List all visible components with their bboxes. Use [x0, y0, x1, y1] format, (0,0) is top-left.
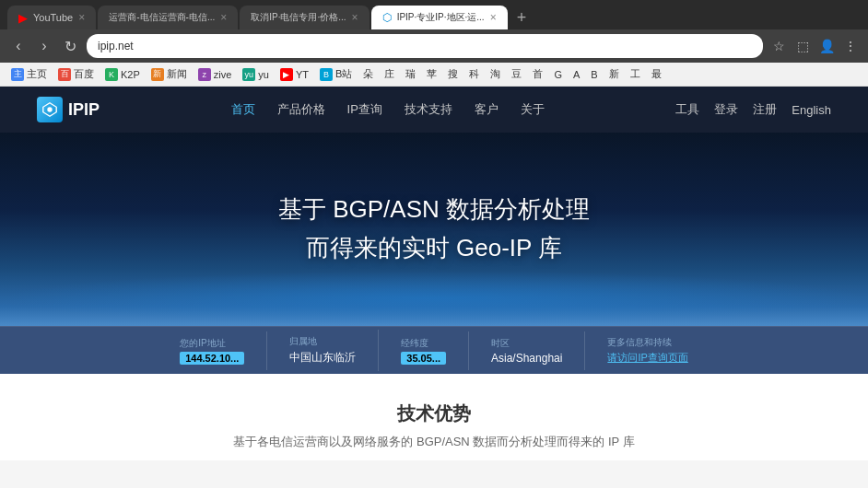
- hero-title: 基于 BGP/ASN 数据分析处理 而得来的实时 Geo-IP 库: [278, 191, 590, 267]
- coord-highlight: 35.05...: [401, 352, 446, 365]
- bookmark-home[interactable]: 主主页: [7, 65, 51, 83]
- tab-2[interactable]: 取消IP·电信专用·价格... ×: [240, 6, 369, 29]
- account-icon[interactable]: 👤: [816, 36, 837, 56]
- browser-frame: ▶ YouTube × 运营商-电信运营商-电信... × 取消IP·电信专用·…: [0, 0, 868, 87]
- tech-section: 技术优势 基于各电信运营商以及网络服务的 BGP/ASN 数据而分析处理而得来的…: [0, 374, 868, 460]
- tab-label-1: 运营商-电信运营商-电信...: [109, 11, 215, 24]
- tab-close-icon[interactable]: ×: [78, 11, 85, 24]
- bookmark-ke[interactable]: 科: [465, 65, 483, 83]
- bookmark-5[interactable]: 庄: [381, 65, 398, 83]
- tab-ipip[interactable]: ⬡ IPIP·专业IP·地区·运... ×: [371, 6, 508, 29]
- tab-label-ipip: IPIP·专业IP·地区·运...: [397, 11, 485, 24]
- nav-home[interactable]: 首页: [231, 101, 255, 118]
- bookmark-news[interactable]: 新新闻: [147, 65, 191, 83]
- bookmark-sou[interactable]: 搜: [444, 65, 462, 83]
- bookmark-xin[interactable]: 新: [605, 65, 623, 83]
- nav-support[interactable]: 技术支持: [405, 101, 452, 118]
- nav-ip-query[interactable]: IP查询: [347, 101, 382, 118]
- hero-title-line2: 而得来的实时 Geo-IP 库: [278, 229, 590, 268]
- location-label: 归属地: [289, 335, 317, 348]
- forward-button[interactable]: ›: [33, 35, 55, 57]
- bookmark-favicon-home: 主: [11, 68, 24, 81]
- bookmark-baidu[interactable]: 百百度: [54, 65, 98, 83]
- location-field: 归属地 中国山东临沂: [267, 330, 379, 371]
- more-info-field: 更多信息和持续 请访问IP查询页面: [585, 331, 710, 370]
- bookmark-yu[interactable]: yuyu: [239, 66, 273, 83]
- nav-about[interactable]: 关于: [521, 101, 545, 118]
- logo-text: IPIP: [68, 100, 100, 120]
- tab-favicon-ipip: ⬡: [382, 11, 392, 24]
- toolbar-icons: ☆ ⬚ 👤 ⋮: [768, 36, 861, 56]
- reload-button[interactable]: ↻: [59, 35, 81, 57]
- bookmark-favicon-baidu: 百: [58, 68, 71, 81]
- extensions-icon[interactable]: ⬚: [792, 36, 813, 56]
- tab-favicon: ▶: [18, 11, 28, 25]
- more-info-label: 更多信息和持续: [607, 336, 672, 349]
- tab-youtube[interactable]: ▶ YouTube ×: [7, 6, 96, 29]
- section-subtitle: 基于各电信运营商以及网络服务的 BGP/ASN 数据而分析处理而得来的 IP 库: [55, 434, 813, 450]
- ip-highlight: 144.52.10...: [180, 352, 244, 365]
- bookmark-favicon-news: 新: [151, 68, 164, 81]
- bookmark-g[interactable]: G: [550, 67, 566, 82]
- nav-register[interactable]: 注册: [753, 101, 777, 118]
- ip-address-value: 144.52.10...: [180, 352, 244, 365]
- logo-icon: [37, 97, 63, 122]
- tab-1[interactable]: 运营商-电信运营商-电信... ×: [98, 6, 238, 29]
- ip-query-link[interactable]: 请访问IP查询页面: [607, 351, 687, 365]
- bookmarks-bar: 主主页 百百度 KK2P 新新闻 zzive yuyu ▶YT BB站 朵 庄 …: [0, 63, 868, 87]
- nav-buttons: ‹ › ↻: [7, 35, 81, 57]
- nav-pricing[interactable]: 产品价格: [277, 101, 325, 118]
- ip-address-field: 您的IP地址 144.52.10...: [158, 331, 267, 370]
- coordinates-label: 经纬度: [401, 337, 428, 350]
- bookmark-b[interactable]: B: [587, 67, 601, 82]
- bookmark-shou[interactable]: 首: [529, 65, 546, 83]
- bookmark-icon[interactable]: ☆: [768, 36, 789, 56]
- bookmark-zui[interactable]: 最: [648, 65, 665, 83]
- tab-label-2: 取消IP·电信专用·价格...: [251, 11, 346, 24]
- bookmark-taobao[interactable]: 淘: [487, 65, 504, 83]
- bookmark-k2p[interactable]: KK2P: [101, 66, 144, 83]
- bookmark-favicon-k2p: K: [105, 68, 118, 81]
- new-tab-button[interactable]: +: [510, 8, 534, 28]
- ipip-logo: IPIP: [37, 97, 100, 122]
- bookmark-a[interactable]: A: [569, 67, 583, 82]
- bookmark-yt[interactable]: ▶YT: [276, 66, 312, 83]
- tab-close-1-icon[interactable]: ×: [220, 11, 227, 24]
- ip-address-label: 您的IP地址: [180, 337, 225, 350]
- bookmark-apple[interactable]: 苹: [423, 65, 440, 83]
- timezone-label: 时区: [491, 337, 510, 350]
- coordinates-field: 经纬度 35.05...: [379, 331, 469, 370]
- nav-tools[interactable]: 工具: [675, 101, 699, 118]
- coordinates-value: 35.05...: [401, 352, 446, 365]
- address-bar-row: ‹ › ↻ ☆ ⬚ 👤 ⋮: [0, 29, 868, 63]
- bookmark-favicon-bilibili: B: [320, 68, 333, 81]
- nav-links: 首页 产品价格 IP查询 技术支持 客户 关于: [231, 101, 545, 118]
- tab-close-2-icon[interactable]: ×: [352, 11, 358, 24]
- menu-icon[interactable]: ⋮: [840, 36, 861, 56]
- bookmark-bilibili[interactable]: BB站: [316, 65, 356, 83]
- bookmark-gong[interactable]: 工: [627, 65, 644, 83]
- nav-english[interactable]: English: [792, 103, 831, 117]
- svg-point-1: [47, 107, 52, 111]
- bookmark-favicon-yu: yu: [242, 68, 255, 81]
- bookmark-favicon-zive: z: [198, 68, 211, 81]
- bookmark-4[interactable]: 朵: [359, 65, 377, 83]
- tab-label: YouTube: [33, 12, 73, 23]
- nav-clients[interactable]: 客户: [475, 101, 499, 118]
- ipip-nav: IPIP 首页 产品价格 IP查询 技术支持 客户 关于 工具 登录 注册 En…: [0, 87, 868, 133]
- address-input[interactable]: [87, 34, 763, 58]
- timezone-field: 时区 Asia/Shanghai: [469, 331, 585, 370]
- ip-bar: 您的IP地址 144.52.10... 归属地 中国山东临沂 经纬度 35.05…: [0, 326, 868, 374]
- hero-section: 基于 BGP/ASN 数据分析处理 而得来的实时 Geo-IP 库: [0, 133, 868, 326]
- back-button[interactable]: ‹: [7, 35, 29, 57]
- bookmark-zive[interactable]: zzive: [194, 66, 236, 83]
- tab-close-ipip-icon[interactable]: ×: [490, 11, 497, 24]
- bookmark-rui[interactable]: 瑞: [402, 65, 419, 83]
- more-info-value: 请访问IP查询页面: [607, 351, 687, 365]
- nav-login[interactable]: 登录: [714, 101, 738, 118]
- timezone-value: Asia/Shanghai: [491, 352, 562, 365]
- bookmark-favicon-yt: ▶: [280, 68, 293, 81]
- bookmark-dou[interactable]: 豆: [508, 65, 525, 83]
- website-content: IPIP 首页 产品价格 IP查询 技术支持 客户 关于 工具 登录 注册 En…: [0, 87, 868, 460]
- tab-bar: ▶ YouTube × 运营商-电信运营商-电信... × 取消IP·电信专用·…: [0, 0, 868, 29]
